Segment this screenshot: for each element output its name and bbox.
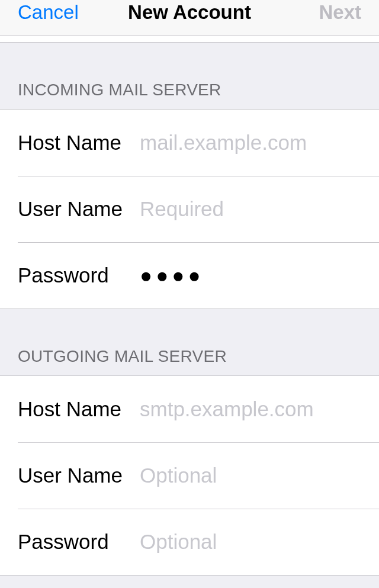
incoming-section-header: INCOMING MAIL SERVER: [0, 43, 379, 109]
incoming-group: Host Name User Name Password ●●●●: [0, 109, 379, 309]
outgoing-user-input[interactable]: [140, 464, 379, 487]
navbar: Cancel New Account Next: [0, 0, 379, 36]
outgoing-host-input[interactable]: [140, 397, 379, 421]
outgoing-host-row: Host Name: [0, 376, 379, 442]
outgoing-password-row: Password: [0, 509, 379, 575]
outgoing-password-input[interactable]: [140, 530, 379, 554]
outgoing-group: Host Name User Name Password: [0, 375, 379, 576]
top-spacer: [0, 36, 379, 43]
outgoing-section-header: OUTGOING MAIL SERVER: [0, 309, 379, 375]
incoming-user-row: User Name: [0, 176, 379, 242]
outgoing-host-label: Host Name: [18, 397, 140, 421]
incoming-host-row: Host Name: [0, 110, 379, 176]
outgoing-password-label: Password: [18, 530, 140, 554]
incoming-host-label: Host Name: [18, 131, 140, 155]
incoming-host-input[interactable]: [140, 131, 379, 155]
incoming-user-label: User Name: [18, 197, 140, 221]
next-button[interactable]: Next: [319, 1, 361, 24]
incoming-password-input[interactable]: ●●●●: [140, 264, 379, 287]
outgoing-user-row: User Name: [0, 442, 379, 509]
incoming-user-input[interactable]: [140, 197, 379, 221]
outgoing-user-label: User Name: [18, 464, 140, 487]
cancel-button[interactable]: Cancel: [18, 1, 79, 24]
page-title: New Account: [128, 1, 251, 24]
incoming-password-label: Password: [18, 264, 140, 287]
incoming-password-row: Password ●●●●: [0, 242, 379, 309]
